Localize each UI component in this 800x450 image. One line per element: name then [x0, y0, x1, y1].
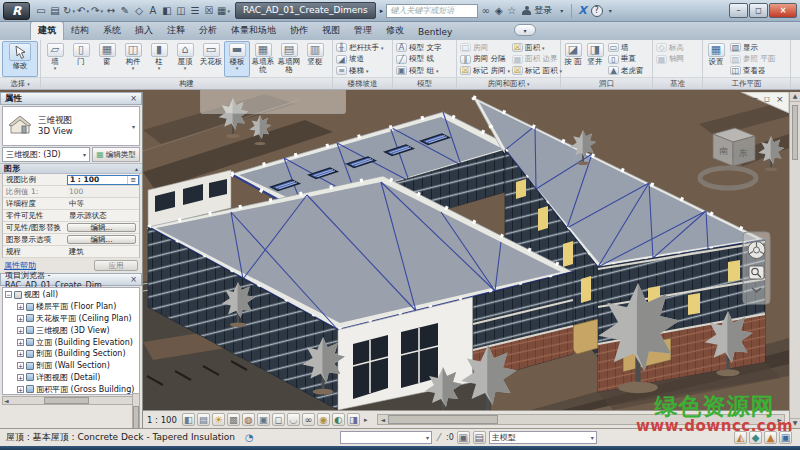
crop-view-icon[interactable]: ▣ — [257, 413, 270, 426]
component-button[interactable]: ◫ 构件 — [120, 41, 146, 77]
viewbar-expand-icon[interactable]: ▸ — [364, 416, 368, 424]
sign-in-person-icon[interactable] — [522, 6, 531, 16]
search-input[interactable]: 键入关键字或短语 — [386, 4, 478, 18]
railing-button[interactable]: ╫栏杆扶手 — [334, 42, 386, 54]
tab-systems[interactable]: 系统 — [96, 22, 128, 40]
property-value[interactable]: 建筑 — [67, 247, 139, 257]
ramp-button[interactable]: ◢坡道 — [334, 54, 386, 66]
reveal-hidden-icon[interactable]: ◉ — [317, 413, 330, 426]
tab-massing-site[interactable]: 体量和场地 — [224, 22, 283, 40]
model-line-button[interactable]: ╱模型 线 — [394, 54, 443, 66]
dormer-opening-button[interactable]: ▲老虎窗 — [606, 65, 646, 77]
tree-building-elevation[interactable]: 立面 (Building Elevation) — [3, 336, 139, 348]
area-button[interactable]: ☒面积 — [510, 42, 560, 54]
close-hidden-windows-icon[interactable]: ☒ — [202, 3, 216, 18]
expand-toggle-icon[interactable] — [5, 291, 12, 298]
project-browser-header[interactable]: 项目浏览器 - RAC_AD_01_Create_Dim...× — [0, 273, 142, 286]
floor-button[interactable]: ▬ 楼板 — [224, 41, 250, 77]
default-3d-view-icon[interactable]: ◧ — [160, 3, 174, 18]
column-button[interactable]: ▮ 柱 — [146, 41, 172, 77]
undo-icon[interactable]: ↶ — [76, 3, 90, 18]
tab-structure[interactable]: 结构 — [64, 22, 96, 40]
rendering-dialog-icon[interactable]: ◍ — [242, 413, 255, 426]
room-button[interactable]: □房间 — [458, 42, 510, 54]
room-separator-button[interactable]: ∥房间 分隔 — [458, 54, 510, 66]
canvas-horizontal-scrollbar[interactable]: ◄► — [377, 414, 785, 425]
expand-toggle-icon[interactable] — [17, 386, 24, 393]
link-icon[interactable]: ▤ — [473, 431, 486, 444]
section-icon[interactable]: ◫ — [174, 3, 188, 18]
tree-building-section[interactable]: 剖面 (Building Section) — [3, 348, 139, 360]
wall-button[interactable]: ▱ 墙 — [42, 41, 68, 77]
sun-path-icon[interactable]: ☀ — [212, 413, 225, 426]
curtain-grid-button[interactable]: ▤ 幕墙网格 — [276, 41, 302, 77]
wall-opening-button[interactable]: ▭墙 — [606, 42, 646, 54]
area-boundary-button[interactable]: ▦面积 边界 — [510, 54, 560, 66]
drawing-area[interactable]: 南 东 ‒ ◻ × — [143, 92, 789, 410]
expand-toggle-icon[interactable] — [17, 350, 24, 357]
select-pinned-icon[interactable]: ▲ — [764, 431, 777, 444]
active-workset-select[interactable]: ▾ — [340, 431, 432, 444]
help-dropdown-icon[interactable]: ▾ — [604, 3, 617, 18]
property-value[interactable]: 1 : 100 — [67, 175, 139, 185]
communication-center-icon[interactable]: ◈ — [492, 3, 505, 18]
show-workplane-button[interactable]: ▧显示 — [728, 42, 777, 54]
unlocked-view-icon[interactable]: ◡ — [287, 413, 300, 426]
help-icon[interactable]: ? — [591, 5, 603, 17]
text-icon[interactable]: A — [146, 3, 160, 18]
type-preview[interactable]: 三维视图3D View ▾ — [2, 106, 140, 146]
select-links-icon[interactable]: ◭ — [734, 431, 747, 444]
type-selector[interactable]: 三维视图: (3D)▾ — [2, 147, 90, 162]
tree-views-root[interactable]: 视图 (all) — [3, 289, 139, 301]
temporary-hide-icon[interactable]: ∞ — [302, 413, 315, 426]
set-workplane-button[interactable]: ▦ 设置 — [704, 41, 728, 77]
properties-header[interactable]: 属性× — [0, 92, 142, 105]
favorites-icon[interactable]: ☆ — [505, 3, 518, 18]
tab-collaborate[interactable]: 协作 — [283, 22, 315, 40]
maximize-button[interactable]: ◻ — [749, 3, 768, 18]
sync-with-central-icon[interactable]: ↻ — [62, 3, 76, 18]
tree-3d-view[interactable]: 三维视图 (3D View) — [3, 324, 139, 336]
opening-by-face-button[interactable]: ◪按 面 — [562, 41, 584, 77]
open-icon[interactable]: ▭ — [34, 3, 48, 18]
window-button[interactable]: ▦ 窗 — [94, 41, 120, 77]
tree-detail-view[interactable]: 详图视图 (Detail) — [3, 372, 139, 384]
canvas-vertical-scrollbar[interactable]: ▲ ▼ — [789, 92, 800, 428]
ref-plane-button[interactable]: ▨参照 平面 — [728, 54, 777, 66]
panel-label-select[interactable]: 选择▾ — [0, 77, 40, 89]
vertical-opening-button[interactable]: ▯垂直 — [606, 54, 646, 66]
chevron-down-icon[interactable]: ▾ — [132, 123, 135, 130]
tree-wall-section[interactable]: 剖面 (Wall Section) — [3, 360, 139, 372]
redo-icon[interactable]: ↷ — [90, 3, 104, 18]
tab-view[interactable]: 视图 — [315, 22, 347, 40]
show-crop-icon[interactable]: ◻ — [272, 413, 285, 426]
worksets-icon[interactable]: ◔ — [243, 431, 256, 444]
signin-dropdown-icon[interactable]: ▾ — [555, 3, 568, 18]
select-underlay-icon[interactable]: ◆ — [749, 431, 762, 444]
view-close-icon[interactable]: × — [776, 94, 784, 104]
expand-toggle-icon[interactable] — [17, 339, 24, 346]
save-icon[interactable]: ▤ — [48, 3, 62, 18]
navigation-bar[interactable] — [743, 232, 770, 304]
roof-button[interactable]: ⌂ 屋顶 — [172, 41, 198, 77]
property-value[interactable]: 编辑... — [67, 235, 136, 244]
tab-manage[interactable]: 管理 — [347, 22, 379, 40]
worksharing-display-icon[interactable]: ◐ — [332, 413, 345, 426]
selection-filter-icon[interactable]: ▣ — [779, 431, 792, 444]
editing-requests-icon[interactable]: ⁄ — [435, 431, 443, 444]
application-menu-button[interactable]: R — [3, 2, 30, 20]
property-value[interactable]: 100 — [67, 187, 139, 197]
graphics-section-header[interactable]: 图形▴ — [0, 163, 142, 174]
close-icon[interactable]: × — [130, 275, 137, 284]
detail-line-icon[interactable]: ✎ — [118, 3, 132, 18]
tree-ceiling-plan[interactable]: 天花板平面 (Ceiling Plan) — [3, 313, 139, 325]
tree-area-plan[interactable]: 面积平面 (Gross Building) — [3, 383, 139, 395]
sign-in-label[interactable]: 登录 — [534, 4, 552, 17]
browser-horizontal-scrollbar[interactable]: ◄► — [2, 396, 140, 405]
aligned-dimension-icon[interactable]: ↔ — [104, 3, 118, 18]
title-flyout-arrow[interactable]: ▸ — [380, 7, 384, 15]
ceiling-button[interactable]: ▭ 天花板 — [198, 41, 224, 77]
curtain-system-button[interactable]: ▦ 幕墙系统 — [250, 41, 276, 77]
property-value[interactable]: 显示源状态 — [67, 211, 139, 221]
property-value[interactable]: 编辑... — [67, 223, 136, 232]
